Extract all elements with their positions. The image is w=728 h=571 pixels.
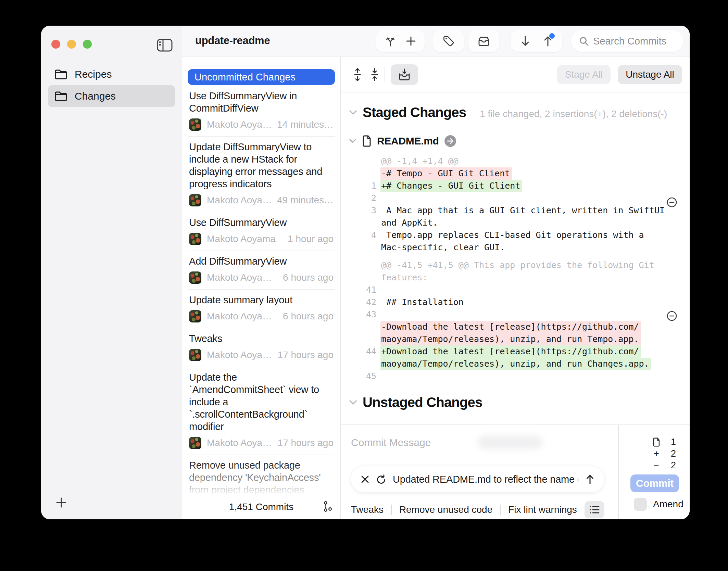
avatar — [189, 349, 201, 361]
line-number: 42 — [349, 296, 381, 308]
tag-icon — [442, 35, 455, 47]
diff-line: @@ -41,5 +41,5 @@ This app provides the … — [349, 259, 690, 284]
diff-row — [381, 284, 690, 296]
content-row: Uncommitted Changes Use DiffSummaryView … — [182, 57, 690, 519]
staged-stats: 1 file changed, 2 insertions(+), 2 delet… — [480, 109, 667, 119]
dismiss-suggestion-icon[interactable] — [361, 475, 369, 484]
commit-list-item[interactable]: Use DiffSummaryView Makoto Aoyama 1 hour… — [188, 212, 335, 251]
create-branch-icon[interactable] — [384, 35, 397, 47]
commit-title: Use DiffSummaryView in CommitDiffView — [189, 90, 334, 114]
diff-line: -# Tempo - GUI Git Client — [349, 167, 690, 180]
diff-row — [381, 308, 690, 321]
add-icon[interactable] — [405, 36, 416, 47]
diff-highlight: maoyama/Tempo/releases), unzip, and run … — [380, 333, 641, 345]
unstage-hunk-button[interactable] — [666, 197, 677, 208]
diff-line: 42 ## Installation — [349, 296, 690, 308]
commit-meta: Makoto Aoya… 49 minutes… — [189, 194, 334, 206]
diff-line-text: -Download the latest [release](https://g… — [381, 321, 690, 345]
diff-line-text: +# Changes - GUI Git Client — [381, 180, 690, 192]
line-number: 44 — [349, 345, 381, 370]
file-icon — [651, 437, 662, 447]
commit-list-item[interactable]: Update DiffSummaryView to include a new … — [188, 137, 335, 212]
commit-button[interactable]: Commit — [630, 474, 679, 492]
diff-scroll-area[interactable]: Staged Changes 1 file changed, 2 inserti… — [341, 92, 690, 424]
search-input[interactable] — [593, 36, 676, 47]
quick-action-button[interactable]: Fix lint warnings — [508, 504, 577, 515]
amend-checkbox[interactable] — [634, 498, 647, 511]
diff-line-text — [381, 308, 690, 321]
commit-meta: Makoto Aoya… 17 hours ago — [189, 349, 334, 361]
open-file-icon[interactable] — [444, 135, 456, 147]
collapse-all-icon[interactable] — [369, 68, 380, 81]
stash-button[interactable] — [468, 30, 499, 52]
staged-file-row[interactable]: README.md — [349, 135, 690, 147]
commit-list-item[interactable]: Tweaks Makoto Aoya… 17 hours ago — [188, 328, 335, 367]
commit-title: Add DiffSummaryView — [189, 255, 334, 267]
regenerate-suggestion-icon[interactable] — [376, 474, 386, 484]
diff-row: maoyama/Tempo/releases), unzip, and run … — [381, 358, 690, 370]
folder-icon — [55, 91, 67, 101]
sidebar-item-recipes[interactable]: Recipes — [48, 63, 175, 85]
commit-title: Remove unused package dependency 'Keycha… — [189, 459, 334, 496]
avatar — [189, 118, 201, 131]
zoom-button[interactable] — [83, 40, 92, 49]
commit-list-item[interactable]: Use DiffSummaryView in CommitDiffView Ma… — [188, 86, 335, 137]
stash-changes-button[interactable] — [391, 64, 418, 85]
commit-meta: Makoto Aoya… 6 hours ago — [189, 271, 334, 284]
change-stats: 1 + 2 − 2 — [619, 437, 676, 470]
separator — [500, 505, 501, 515]
sidebar-toggle-icon[interactable] — [156, 38, 173, 52]
message-templates-button[interactable] — [585, 501, 604, 518]
sidebar: Recipes Changes — [41, 26, 182, 519]
search-field[interactable] — [571, 30, 683, 52]
commit-author: Makoto Aoyama — [207, 233, 288, 244]
commit-author: Makoto Aoya… — [207, 119, 277, 130]
apply-suggestion-icon[interactable] — [585, 474, 595, 485]
diff-row: maoyama/Tempo/releases), unzip, and run … — [381, 333, 690, 345]
chevron-down-icon[interactable] — [349, 110, 357, 115]
diff-line-text: @@ -41,5 +41,5 @@ This app provides the … — [381, 259, 690, 284]
diff-row — [381, 370, 690, 382]
commit-list-item[interactable]: Update the `AmendCommitSheet` view to in… — [188, 367, 335, 455]
tag-button[interactable] — [433, 30, 464, 52]
line-number: 2 — [349, 192, 381, 204]
commit-list-item[interactable]: Add DiffSummaryView Makoto Aoya… 6 hours… — [188, 251, 335, 290]
expand-all-icon[interactable] — [352, 68, 363, 81]
commit-author: Makoto Aoya… — [207, 311, 283, 322]
diff-row: -# Tempo - GUI Git Client — [381, 167, 690, 180]
minimize-button[interactable] — [67, 40, 76, 49]
sidebar-item-changes[interactable]: Changes — [48, 85, 175, 107]
quick-action-button[interactable]: Tweaks — [351, 504, 384, 515]
commit-list-item[interactable]: Update summary layout Makoto Aoya… 6 hou… — [188, 290, 335, 328]
commit-area: Commit Message — [341, 424, 690, 519]
chevron-down-icon[interactable] — [349, 139, 356, 143]
pull-icon[interactable] — [520, 35, 531, 47]
unstage-all-button[interactable]: Unstage All — [618, 65, 682, 84]
diff-hunk: @@ -41,5 +41,5 @@ This app provides the … — [349, 259, 690, 382]
close-button[interactable] — [51, 40, 60, 49]
line-number: 1 — [349, 180, 381, 192]
avatar — [189, 194, 201, 206]
stage-all-button[interactable]: Stage All — [557, 65, 611, 84]
tray-icon — [477, 35, 490, 47]
sync-button-group — [511, 30, 562, 52]
diff-line: 2 — [349, 192, 690, 204]
commit-time: 6 hours ago — [283, 272, 334, 283]
diff-line-text: Tempo.app replaces CLI-based Git operati… — [381, 229, 690, 254]
unstage-hunk-button[interactable] — [666, 310, 677, 321]
chevron-down-icon[interactable] — [349, 400, 357, 405]
commit-author: Makoto Aoya… — [207, 195, 277, 206]
commit-time: 14 minutes… — [277, 119, 334, 130]
commit-list-item[interactable]: Merge pull request #187 from maoyama/upd… — [188, 518, 335, 519]
uncommitted-changes-row[interactable]: Uncommitted Changes — [188, 69, 335, 85]
commit-message-editor[interactable]: Commit Message — [341, 425, 618, 519]
add-repository-button[interactable] — [55, 497, 67, 508]
commit-meta: Makoto Aoya… 17 hours ago — [189, 437, 334, 449]
commit-graph-icon[interactable] — [323, 501, 333, 512]
quick-action-button[interactable]: Remove unused code — [399, 504, 492, 515]
line-number: 3 — [349, 204, 381, 229]
diff-row: @@ -41,5 +41,5 @@ This app provides the … — [381, 259, 690, 271]
commit-time: 6 hours ago — [283, 311, 334, 322]
diff-line-text — [381, 284, 690, 296]
diff-line: 3 A Mac app that is a GUI Git client, wr… — [349, 204, 690, 229]
